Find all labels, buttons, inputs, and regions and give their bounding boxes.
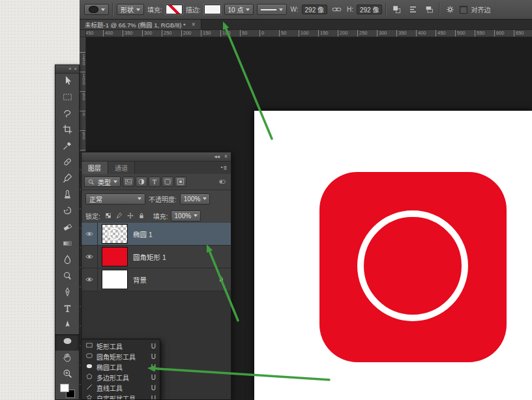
tool-mode-dropdown[interactable]: 形状 xyxy=(117,4,144,15)
blur-tool-icon xyxy=(62,254,73,268)
healing-brush-tool[interactable] xyxy=(55,155,79,171)
link-dimensions-icon[interactable] xyxy=(331,4,344,16)
pen-tool[interactable] xyxy=(55,285,79,302)
filter-type-dropdown[interactable]: 类型 xyxy=(84,177,121,187)
move-tool[interactable] xyxy=(55,74,79,90)
visibility-toggle[interactable] xyxy=(81,268,98,291)
ruler-label: 350 xyxy=(396,30,407,37)
layer-row[interactable]: 背景 xyxy=(81,268,231,291)
zoom-tool[interactable] xyxy=(55,367,79,383)
tool-mode-value: 形状 xyxy=(121,5,134,14)
path-arrange-button[interactable] xyxy=(422,4,436,16)
stroke-swatch[interactable] xyxy=(204,5,221,14)
close-document-icon[interactable]: × xyxy=(192,21,196,28)
eyedropper-tool-icon xyxy=(62,140,73,154)
stroke-width-input[interactable]: 10 点 xyxy=(224,4,254,15)
ruler-corner xyxy=(80,30,86,37)
ruler-label: 250 xyxy=(357,30,368,37)
lock-transparent-button[interactable] xyxy=(103,211,113,221)
ruler-label: 150 xyxy=(80,52,86,65)
eraser-tool[interactable] xyxy=(55,220,79,236)
collapse-panel-icon[interactable]: ◂◂ xyxy=(214,153,220,160)
rounded-rect-tool-icon xyxy=(85,352,93,361)
document-tab[interactable]: 未标题-1 @ 66.7% (椭圆 1, RGB/8) * × xyxy=(80,20,201,29)
tab-layers[interactable]: 图层 xyxy=(81,162,108,174)
lock-pixels-button[interactable] xyxy=(114,211,125,221)
layer-thumbnail[interactable] xyxy=(102,247,128,266)
ruler-label: 50 xyxy=(240,30,247,37)
layer-name: 椭圆 1 xyxy=(133,229,153,239)
horizontal-ruler[interactable]: 4504003503002502001501005005010015020025… xyxy=(86,30,532,37)
ruler-label: 450 xyxy=(436,30,446,37)
ruler-label: 200 xyxy=(338,30,348,37)
document-canvas[interactable] xyxy=(254,111,532,400)
collapse-palette-icon[interactable]: » xyxy=(68,66,71,72)
layer-thumbnail[interactable] xyxy=(102,224,128,244)
eyedropper-tool[interactable] xyxy=(55,139,79,155)
shape-menu-item[interactable]: 直线工具U xyxy=(81,382,160,393)
visibility-toggle[interactable] xyxy=(81,246,98,268)
crop-tool[interactable] xyxy=(55,122,79,139)
shape-menu-item[interactable]: 圆角矩形工具U xyxy=(81,351,160,362)
align-edges-checkbox[interactable] xyxy=(460,6,467,14)
path-operations-button[interactable] xyxy=(390,4,403,16)
gradient-tool[interactable] xyxy=(55,236,79,253)
panel-menu-icon[interactable] xyxy=(216,162,231,174)
stroke-type-dropdown[interactable] xyxy=(257,4,287,15)
visibility-toggle[interactable] xyxy=(81,223,98,245)
layer-thumbnail[interactable] xyxy=(102,270,128,289)
opacity-dropdown[interactable]: 100% xyxy=(180,193,210,205)
shape-layer-filter-button[interactable] xyxy=(162,177,173,187)
color-swatches xyxy=(60,384,76,397)
path-alignment-button[interactable] xyxy=(406,4,419,16)
tab-channels[interactable]: 通道 xyxy=(108,162,135,174)
width-input[interactable]: 292 像 xyxy=(302,5,327,14)
clone-stamp-tool[interactable] xyxy=(55,188,79,204)
blur-tool[interactable] xyxy=(55,253,79,269)
layer-row[interactable]: 圆角矩形 1 xyxy=(81,246,231,268)
tool-preset-dropdown[interactable] xyxy=(84,4,109,15)
type-tool[interactable] xyxy=(55,302,79,318)
layer-row[interactable]: 椭圆 1 xyxy=(81,223,231,246)
shape-menu-item[interactable]: 多边形工具U xyxy=(81,372,160,382)
fill-opacity-dropdown[interactable]: 100% xyxy=(171,210,201,221)
fill-opacity-value: 100% xyxy=(175,212,192,220)
type-layer-filter-button[interactable] xyxy=(149,177,160,187)
filter-icons xyxy=(123,177,186,187)
dodge-tool[interactable] xyxy=(55,269,79,285)
layer-filter-row: 类型 xyxy=(81,174,231,190)
blend-mode-dropdown[interactable]: 正常 xyxy=(85,193,145,205)
fill-swatch[interactable] xyxy=(166,5,183,14)
ruler-label: 100 xyxy=(220,30,231,37)
foreground-color-swatch[interactable] xyxy=(60,384,69,392)
path-selection-tool[interactable] xyxy=(55,318,79,334)
menu-item-label: 椭圆工具 xyxy=(96,362,123,372)
marquee-tool[interactable] xyxy=(55,90,79,106)
gear-button[interactable] xyxy=(443,4,456,16)
filter-toggle-icon[interactable] xyxy=(216,177,228,186)
lasso-tool-icon xyxy=(62,107,73,121)
close-palette-icon[interactable]: × xyxy=(74,66,77,72)
lock-buttons xyxy=(103,211,147,221)
lock-all-button[interactable] xyxy=(136,211,147,221)
ruler-label: 0 xyxy=(80,111,86,116)
lasso-tool[interactable] xyxy=(55,106,79,122)
ruler-label: 600 xyxy=(494,30,505,37)
pixel-layer-filter-button[interactable] xyxy=(123,177,134,187)
menu-item-label: 自定形状工具 xyxy=(96,393,136,400)
blend-row: 正常 不透明度: 100% xyxy=(81,190,231,207)
shape-menu-item[interactable]: 椭圆工具U xyxy=(81,362,160,372)
shape-menu-item[interactable]: 自定形状工具U xyxy=(81,393,160,400)
history-brush-tool[interactable] xyxy=(55,204,79,220)
ruler-label: 550 xyxy=(475,30,485,37)
close-panel-icon[interactable]: × xyxy=(224,153,228,160)
shape-menu-item[interactable]: 矩形工具U xyxy=(81,341,160,351)
lock-position-button[interactable] xyxy=(125,211,136,221)
adjustment-layer-filter-button[interactable] xyxy=(136,177,147,187)
height-input[interactable]: 292 像 xyxy=(357,5,382,14)
ellipse-tool[interactable] xyxy=(55,334,79,350)
brush-tool[interactable] xyxy=(55,171,79,188)
menu-item-shortcut: U xyxy=(151,384,156,392)
hand-tool[interactable] xyxy=(55,350,79,367)
smart-object-filter-button[interactable] xyxy=(175,177,186,187)
